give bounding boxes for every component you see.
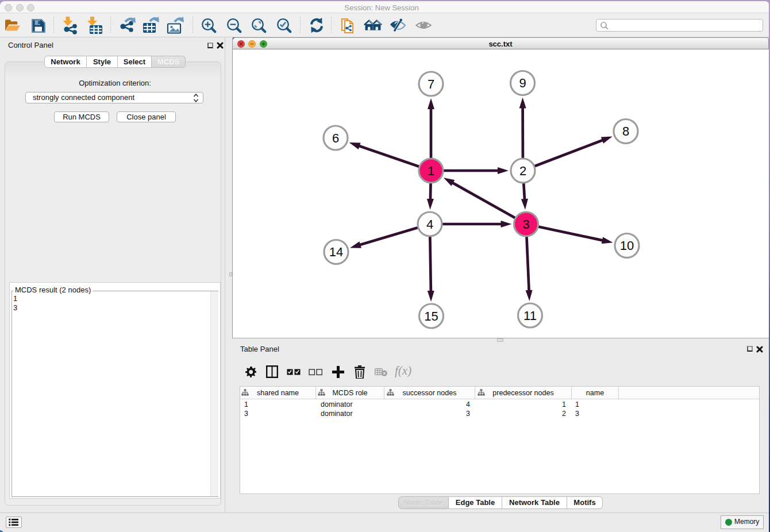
svg-text:7: 7 <box>428 77 434 91</box>
svg-text:10: 10 <box>620 238 634 253</box>
svg-text:6: 6 <box>332 131 339 145</box>
svg-text:3: 3 <box>522 217 529 232</box>
svg-text:8: 8 <box>622 124 629 138</box>
svg-text:15: 15 <box>424 309 438 323</box>
svg-text:9: 9 <box>519 76 526 90</box>
svg-text:11: 11 <box>523 309 537 323</box>
svg-text:14: 14 <box>329 245 343 259</box>
svg-text:1: 1 <box>428 164 434 178</box>
svg-text:4: 4 <box>426 217 433 232</box>
svg-text:2: 2 <box>519 164 526 178</box>
